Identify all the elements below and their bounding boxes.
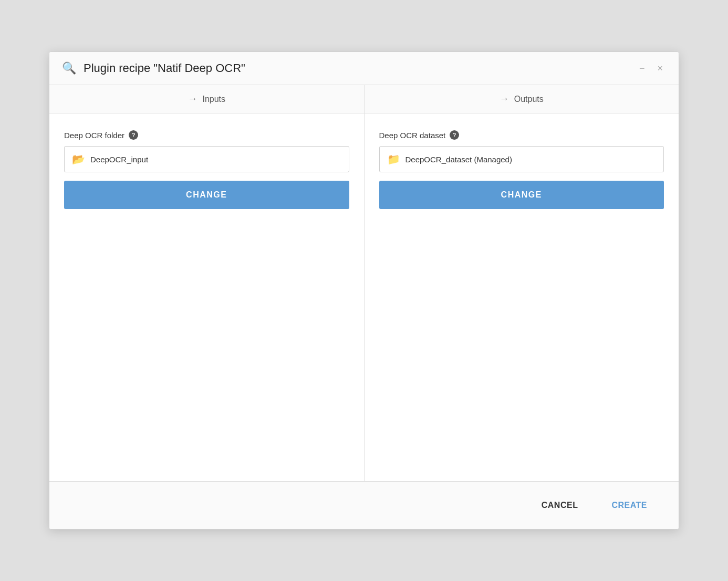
- outputs-tab-icon: →: [500, 94, 509, 105]
- inputs-help-icon[interactable]: ?: [129, 130, 138, 140]
- dialog-footer: CANCEL CREATE: [49, 481, 679, 529]
- inputs-input-value: DeepOCR_input: [90, 155, 148, 164]
- close-button[interactable]: ×: [654, 63, 666, 74]
- outputs-tab-label: Outputs: [514, 95, 544, 104]
- tabs-bar: → Inputs → Outputs: [49, 85, 679, 113]
- outputs-folder-icon: 📁: [387, 153, 400, 165]
- create-button[interactable]: CREATE: [595, 491, 664, 520]
- outputs-help-icon[interactable]: ?: [450, 130, 459, 140]
- outputs-field-label: Deep OCR dataset ?: [379, 130, 664, 140]
- inputs-tab-label: Inputs: [202, 95, 225, 104]
- outputs-panel: Deep OCR dataset ? 📁 DeepOCR_dataset (Ma…: [365, 113, 679, 481]
- outputs-input-value: DeepOCR_dataset (Managed): [405, 155, 512, 164]
- inputs-field-label: Deep OCR folder ?: [64, 130, 349, 140]
- plugin-recipe-dialog: 🔍 Plugin recipe "Natif Deep OCR" − × → I…: [49, 51, 679, 530]
- cancel-button[interactable]: CANCEL: [525, 491, 595, 520]
- dialog-body: Deep OCR folder ? 📂 DeepOCR_input CHANGE…: [49, 113, 679, 481]
- inputs-input-box: 📂 DeepOCR_input: [64, 146, 349, 172]
- header-controls: − ×: [636, 63, 666, 74]
- outputs-field-label-text: Deep OCR dataset: [379, 131, 446, 140]
- inputs-field-label-text: Deep OCR folder: [64, 131, 124, 140]
- inputs-tab-icon: →: [188, 94, 197, 105]
- inputs-folder-icon: 📂: [72, 153, 85, 165]
- outputs-change-button[interactable]: CHANGE: [379, 181, 664, 209]
- tab-inputs[interactable]: → Inputs: [49, 85, 365, 113]
- outputs-input-box: 📁 DeepOCR_dataset (Managed): [379, 146, 664, 172]
- minimize-button[interactable]: −: [636, 63, 648, 74]
- dialog-header: 🔍 Plugin recipe "Natif Deep OCR" − ×: [49, 52, 679, 85]
- inputs-panel: Deep OCR folder ? 📂 DeepOCR_input CHANGE: [49, 113, 365, 481]
- dialog-title: Plugin recipe "Natif Deep OCR": [84, 61, 636, 75]
- tab-outputs[interactable]: → Outputs: [365, 85, 679, 113]
- search-icon: 🔍: [62, 61, 76, 75]
- inputs-change-button[interactable]: CHANGE: [64, 181, 349, 209]
